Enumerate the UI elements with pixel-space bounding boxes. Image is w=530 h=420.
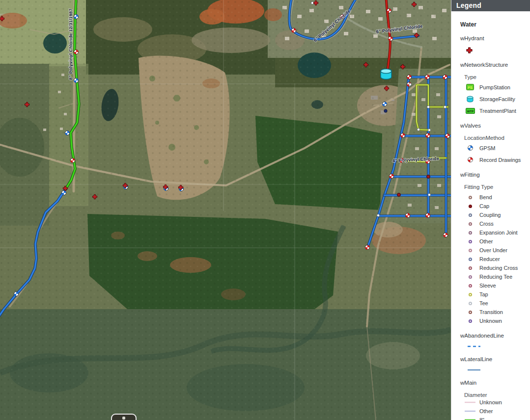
svg-text:PS: PS <box>468 86 473 89</box>
fitting-icon-expansion-joint <box>469 231 472 235</box>
legend-item-label: Reducer <box>479 256 500 262</box>
legend-item-label: Transition <box>479 309 503 315</box>
fitting-icon-other <box>469 240 472 243</box>
legend-item-label: Over Under <box>479 247 507 253</box>
main-unknown-line-icon <box>464 401 476 404</box>
record-valve-marker <box>405 213 410 217</box>
legend-item-label: GPSM <box>479 145 495 151</box>
layer-wlateralline: wLateralLine <box>460 356 527 362</box>
record-valve-marker <box>445 133 449 138</box>
gpsm-valve-marker <box>382 102 387 106</box>
legend-item-label: 8" <box>479 417 484 420</box>
layer-wvalves: wValves <box>460 123 527 129</box>
tee-marker <box>428 129 430 131</box>
field-locationmethod: LocationMethod <box>464 135 527 141</box>
svg-text:WTP: WTP <box>467 109 473 112</box>
fitting-icon-transition <box>469 311 472 314</box>
record-valve-marker <box>291 28 296 32</box>
unknown-fitting-marker <box>384 109 387 112</box>
map-tool-button[interactable] <box>111 414 137 420</box>
tee-marker <box>427 105 429 108</box>
record-valve-marker <box>74 50 78 54</box>
layer-wabandonedline: wAbandonedLine <box>460 333 527 339</box>
abandoned-line-icon <box>467 345 481 348</box>
fitting-icon-tee <box>469 302 472 305</box>
gpsm-valve-icon <box>467 145 474 151</box>
fitting-icon-sleeve <box>469 284 472 288</box>
record-valve-marker <box>389 174 393 178</box>
legend-item-label: Cap <box>479 203 489 209</box>
record-valve-marker <box>443 233 447 237</box>
record-drawings-valve-icon <box>467 157 474 163</box>
layer-whydrant: wHydrant <box>460 35 527 41</box>
cap-marker <box>397 193 401 197</box>
legend-item-label: Cross <box>479 221 494 227</box>
fitting-icon-cap <box>469 205 472 208</box>
record-valve-marker <box>400 133 405 137</box>
fitting-icon-reducing-cross <box>469 266 472 270</box>
field-diameter: Diameter <box>464 392 527 398</box>
tee-marker <box>377 214 379 216</box>
record-valve-marker <box>443 75 447 79</box>
record-valve-marker <box>387 8 391 13</box>
fitting-icon-over-under <box>469 249 472 252</box>
fitting-icon-bend <box>469 196 472 199</box>
legend-item-label: Expansion Joint <box>479 230 518 236</box>
record-valve-marker <box>365 245 369 249</box>
fitting-icon-reducing-tee <box>469 275 472 279</box>
gpsm-valve-marker <box>61 190 66 195</box>
legend-item-label: Tee <box>479 300 488 306</box>
tee-marker <box>444 105 446 108</box>
gpsm-valve-marker <box>74 14 78 19</box>
fitting-icon-coupling <box>469 213 472 217</box>
record-valve-marker <box>70 158 75 162</box>
legend-item-label: Unknown <box>479 318 502 324</box>
legend-item-label: Tap <box>479 291 488 297</box>
legend-item-label: Record Drawings <box>479 157 521 163</box>
record-valve-marker <box>425 75 429 79</box>
map-viewport[interactable]: 6" Polyvinyl Chloride6" Polyvinyl Chlori… <box>0 0 451 420</box>
main-other-line-icon <box>464 410 476 413</box>
app-window: 6" Polyvinyl Chloride6" Polyvinyl Chlori… <box>0 0 530 420</box>
legend-panel: Legend Water wHydrant wNetworkStructure … <box>451 0 530 420</box>
legend-item-label: TreatmentPlant <box>479 108 516 114</box>
pumpstation-icon: PS <box>466 84 474 90</box>
legend-item-label: PumpStation <box>479 84 510 90</box>
fitting-icon-reducer <box>469 258 472 261</box>
legend-item-label: StorageFacility <box>479 96 515 102</box>
gpsm-valve-marker <box>74 78 78 82</box>
legend-item-label: Reducing Cross <box>479 265 518 271</box>
record-valve-marker <box>425 213 430 217</box>
fitting-icon-cross <box>469 222 472 226</box>
legend-item-label: Sleeve <box>479 283 496 289</box>
tee-marker <box>417 128 419 131</box>
field-fitting-type: Fitting Type <box>464 184 527 190</box>
layer-wnetworkstructure: wNetworkStructure <box>460 62 527 68</box>
record-valve-marker <box>407 75 411 79</box>
legend-item-label: Reducing Tee <box>479 274 512 280</box>
gpsm-valve-marker <box>14 291 18 296</box>
tee-marker <box>409 83 411 85</box>
gpsm-valve-marker <box>65 131 69 135</box>
legend-title: Legend <box>451 0 530 11</box>
legend-item-label: Bend <box>479 194 492 200</box>
record-valve-marker <box>425 133 430 137</box>
layer-wfitting: wFitting <box>460 172 527 178</box>
legend-item-label: Other <box>479 238 493 244</box>
hydrant-icon <box>466 47 473 53</box>
pipe-label: 8" Polyvinyl Chloride 12/31/1987 <box>68 9 73 80</box>
storage-tank-icon <box>381 69 391 79</box>
legend-group-water: Water <box>460 21 527 28</box>
tee-marker <box>311 1 313 4</box>
treatmentplant-icon: WTP <box>466 108 475 114</box>
storage-tank-marker <box>381 69 391 79</box>
tee-marker <box>428 193 430 196</box>
storagefacility-icon <box>466 95 474 103</box>
cap-marker <box>427 175 430 179</box>
map-svg: 6" Polyvinyl Chloride6" Polyvinyl Chlori… <box>0 0 451 420</box>
legend-item-label: Coupling <box>479 212 501 218</box>
legend-item-label: Other <box>479 408 493 414</box>
legend-item-label: Unknown <box>479 399 502 405</box>
layer-wmain: wMain <box>460 380 527 386</box>
fitting-icon-tap <box>469 293 472 296</box>
